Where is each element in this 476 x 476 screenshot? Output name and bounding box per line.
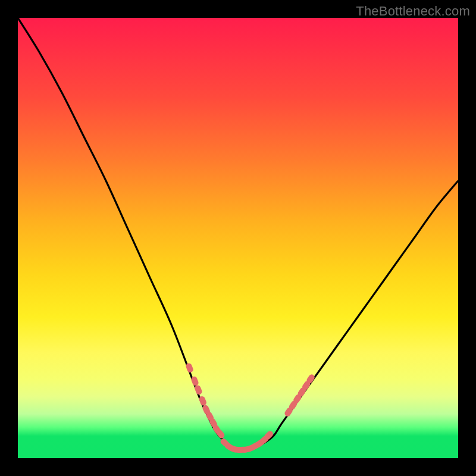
- plot-area: [18, 18, 458, 458]
- chart-stage: TheBottleneck.com: [0, 0, 476, 476]
- chart-overlay: [18, 18, 458, 458]
- bottleneck-curve: [18, 18, 458, 450]
- marker-layer: [185, 362, 316, 453]
- watermark-text: TheBottleneck.com: [356, 4, 470, 19]
